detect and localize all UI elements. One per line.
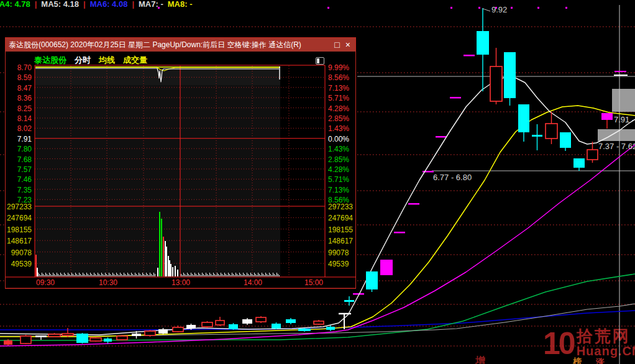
gap-label-1: 6.77 - 6.80 xyxy=(433,173,472,182)
price-axis-label: 7.46 xyxy=(17,176,32,184)
percent-axis-label: 5.71% xyxy=(328,176,349,184)
percent-axis-label: 2.85% xyxy=(328,156,349,164)
volume-axis-label: 198155 xyxy=(7,226,32,234)
popup-title: 泰达股份(000652) 2020年02月25日 星期二 PageUp/Down… xyxy=(9,40,301,49)
watermark-site-name: 拾荒网 xyxy=(577,328,635,344)
volume-axis-label: 247694 xyxy=(328,214,353,222)
percent-axis-label: 9.99% xyxy=(328,64,349,72)
percent-axis-label: 5.71% xyxy=(328,94,349,102)
percent-axis-label: 1.43% xyxy=(328,125,349,133)
partial-char: 增 xyxy=(475,355,485,364)
price-axis-label: 7.80 xyxy=(17,145,32,153)
percent-axis-label: 4.28% xyxy=(328,166,349,174)
percent-axis-label: 2.85% xyxy=(328,115,349,123)
volume-axis-label: 297233 xyxy=(328,203,353,211)
percent-axis-label: 0.00% xyxy=(328,135,349,143)
ma-value: MA4: 4.78 xyxy=(0,0,30,9)
price-axis-label: 8.59 xyxy=(17,74,32,82)
watermark-10: 10 xyxy=(543,328,574,359)
chart-tabs: 泰达股份分时均线成交量 xyxy=(34,55,147,66)
price-axis-label: 8.25 xyxy=(17,105,32,113)
price-axis-label: 8.36 xyxy=(17,94,32,102)
volume-axis-label: 148617 xyxy=(328,237,353,245)
price-axis-label: 7.68 xyxy=(17,156,32,164)
popup-title-bar[interactable]: 泰达股份(000652) 2020年02月25日 星期二 PageUp/Down… xyxy=(6,38,355,52)
stock-name-label: 泰达股份 xyxy=(34,55,66,66)
price-axis-label: 8.14 xyxy=(17,115,32,123)
time-axis-label: 14:00 xyxy=(242,279,264,287)
tab-chengjiaoliang[interactable]: 成交量 xyxy=(123,55,147,66)
percent-axis-label: 8.56% xyxy=(328,74,349,82)
percent-axis-label: 7.13% xyxy=(328,186,349,194)
ma-value: MA7: - xyxy=(139,0,163,9)
ma-separator: | xyxy=(35,0,37,9)
price-axis-label: 8.70 xyxy=(17,64,32,72)
ma-value: MA6: 4.08 xyxy=(90,0,128,9)
volume-axis-label: 49539 xyxy=(328,260,349,268)
watermark: 10 拾荒网 Huang.CN xyxy=(543,328,635,359)
percent-axis-label: 4.28% xyxy=(328,105,349,113)
ma-separator: | xyxy=(132,0,134,9)
high-price-label: 9.92 xyxy=(491,5,507,14)
volume-axis-label: 297233 xyxy=(7,203,32,211)
ma-value: MA5: 4.18 xyxy=(41,0,79,9)
volume-axis-label: 198155 xyxy=(328,226,353,234)
price-axis-label: 8.02 xyxy=(17,125,32,133)
close-button[interactable]: × xyxy=(345,38,350,52)
volume-axis-label: 247694 xyxy=(7,214,32,222)
percent-axis-label: 1.43% xyxy=(328,145,349,153)
partial-char: 榜 xyxy=(573,357,582,364)
tab-fenshi[interactable]: 分时 xyxy=(75,55,91,66)
gap-label-3: 7.91 - xyxy=(614,115,634,124)
intraday-popup-window[interactable]: 泰达股份(000652) 2020年02月25日 星期二 PageUp/Down… xyxy=(5,37,356,289)
panel-layout-icon[interactable] xyxy=(316,57,324,65)
ma-value: MA8: - xyxy=(168,0,193,9)
time-axis-label: 09:30 xyxy=(36,279,55,287)
price-axis-label: 8.47 xyxy=(17,84,32,93)
maximize-button[interactable]: □ xyxy=(334,38,339,52)
volume-axis-label: 99078 xyxy=(328,249,349,257)
time-axis-label: 10:30 xyxy=(97,279,119,287)
time-axis-label: 13:00 xyxy=(170,279,192,287)
watermark-domain: Huang.CN xyxy=(577,345,635,357)
price-axis-label: 7.57 xyxy=(17,166,32,174)
volume-axis-label: 99078 xyxy=(11,249,32,257)
gap-label-2: 7.37 - 7.62 xyxy=(598,142,635,151)
volume-axis-label: 49539 xyxy=(11,260,32,268)
volume-axis-label: 148617 xyxy=(7,237,32,245)
tab-junxian[interactable]: 均线 xyxy=(99,55,115,66)
price-axis-label: 7.35 xyxy=(17,186,32,194)
ma-separator: | xyxy=(83,0,86,9)
partial-char: 涨 xyxy=(596,357,605,364)
percent-axis-label: 7.13% xyxy=(328,84,349,93)
price-axis-label: 7.91 xyxy=(17,135,32,143)
ma-value-header: MA4: 4.78|MA5: 4.18|MA6: 4.08|MA7: -MA8:… xyxy=(0,0,192,9)
trading-app-screen: { "ma_header": { "separator": "|", "sepa… xyxy=(0,0,635,364)
time-axis-label: 15:00 xyxy=(304,279,323,287)
